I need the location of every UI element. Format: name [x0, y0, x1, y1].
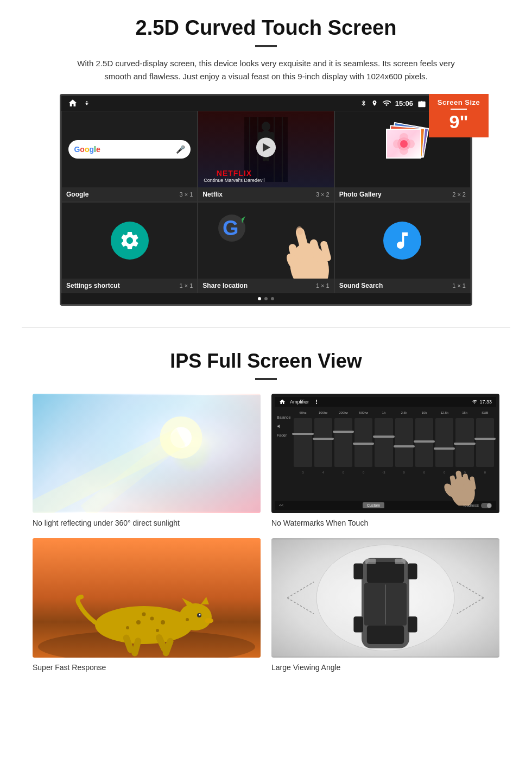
bluetooth-icon [360, 99, 367, 108]
amp-custom-button[interactable]: Custom [363, 502, 384, 508]
gallery-label-row: Photo Gallery 2 × 2 [335, 187, 470, 201]
app-cell-google[interactable]: Google 🎤 Google 3 × 1 [61, 111, 198, 202]
svg-rect-69 [365, 559, 376, 564]
amp-time: 17:33 [479, 399, 492, 405]
settings-label-size: 1 × 1 [180, 282, 193, 289]
sunlight-placeholder [33, 394, 261, 513]
svg-point-54 [142, 613, 146, 616]
eq-band-1[interactable] [294, 418, 312, 467]
app-cell-sound[interactable]: Sound Search 1 × 1 [334, 202, 471, 293]
light-rays-svg [33, 394, 261, 513]
svg-point-16 [400, 140, 408, 148]
cheetah-caption: Super Fast Response [33, 663, 261, 672]
image-card-cheetah: Super Fast Response [33, 538, 261, 672]
svg-point-56 [186, 618, 189, 621]
nav-dot-3 [271, 297, 274, 300]
device-mockup: Screen Size 9" [60, 94, 472, 306]
freq-15k: 15k [455, 411, 473, 414]
freq-100: 100hz [314, 411, 332, 414]
val-1: 3 [294, 471, 312, 474]
sunlight-caption: No light reflecting under 360° direct su… [33, 519, 261, 527]
photo-stack-container [375, 122, 429, 176]
image-grid: No light reflecting under 360° direct su… [33, 394, 499, 672]
amp-wrapper: Amplifier 17:33 Balance [271, 394, 499, 513]
music-note-icon [391, 230, 413, 251]
netflix-label-row: Netflix 3 × 2 [198, 187, 333, 201]
google-label-row: Google 3 × 1 [62, 187, 197, 201]
sound-label-row: Sound Search 1 × 1 [335, 279, 470, 293]
eq-thumb-8 [434, 447, 455, 450]
badge-title: Screen Size [432, 98, 485, 106]
freq-60: 60hz [294, 411, 312, 414]
settings-label-row: Settings shortcut 1 × 1 [62, 279, 197, 293]
google-search-bar[interactable]: Google 🎤 [68, 140, 190, 159]
eq-thumb-7 [414, 440, 435, 443]
svg-point-44 [199, 614, 201, 616]
sound-label-name: Sound Search [339, 282, 383, 289]
toggle-knob [487, 503, 491, 508]
svg-point-5 [262, 122, 270, 131]
home-icon [68, 98, 78, 108]
google-label-name: Google [66, 191, 88, 198]
section-curved-touch: 2.5D Curved Touch Screen With 2.5D curve… [0, 0, 532, 317]
svg-point-39 [95, 606, 193, 644]
amp-hand-svg [440, 451, 483, 506]
car-image [271, 538, 499, 658]
eq-label-balance: Balance [277, 415, 290, 419]
wifi-icon [382, 99, 391, 108]
amplifier-image: Amplifier 17:33 Balance [271, 394, 499, 513]
image-card-car: Large Viewing Angle [271, 538, 499, 672]
eq-band-7[interactable] [415, 418, 433, 467]
sound-label-size: 1 × 1 [452, 282, 466, 289]
badge-size: 9" [432, 112, 485, 132]
flower-svg [387, 130, 421, 159]
svg-rect-70 [395, 559, 406, 564]
freq-10k: 10k [415, 411, 433, 414]
netflix-label-name: Netflix [202, 191, 223, 198]
mic-icon: 🎤 [176, 145, 185, 154]
amp-home-icon [279, 399, 286, 405]
amplifier-caption: No Watermarks When Touch [271, 519, 499, 527]
photo-flower-top [386, 129, 421, 159]
svg-rect-62 [367, 626, 404, 644]
app-cell-share[interactable]: G [198, 202, 334, 293]
app-cell-settings[interactable]: Settings shortcut 1 × 1 [61, 202, 198, 293]
share-content: G [198, 203, 333, 279]
nav-dot-1 [258, 297, 261, 300]
netflix-content: NETFLIX Continue Marvel's Daredevil [198, 111, 333, 187]
amp-hand-container [440, 451, 483, 508]
car-caption: Large Viewing Angle [271, 663, 499, 672]
freq-12k5: 12.5k [435, 411, 453, 414]
section2-title: IPS Full Screen View [33, 350, 499, 373]
gallery-label-name: Photo Gallery [339, 191, 382, 198]
val-7: 0 [415, 471, 433, 474]
svg-point-53 [126, 626, 129, 629]
svg-rect-64 [408, 564, 417, 579]
svg-text:G: G [223, 217, 239, 239]
google-label-size: 3 × 1 [180, 191, 193, 198]
location-icon [371, 99, 378, 108]
gallery-label-size: 2 × 2 [452, 191, 466, 198]
eq-thumb-1 [292, 433, 313, 435]
eq-band-5[interactable] [375, 418, 392, 467]
eq-band-6[interactable] [395, 418, 413, 467]
val-6: 0 [395, 471, 413, 474]
app-cell-netflix[interactable]: NETFLIX Continue Marvel's Daredevil Netf… [198, 111, 334, 202]
freq-2k5: 2.5k [395, 411, 413, 414]
section-ips-fullscreen: IPS Full Screen View [0, 339, 532, 688]
gear-svg [119, 230, 141, 251]
freq-500: 500hz [354, 411, 372, 414]
svg-rect-65 [353, 616, 363, 632]
eq-band-2[interactable] [314, 418, 332, 467]
hand-pointing-container [242, 203, 334, 279]
freq-sub: SUB [476, 411, 494, 414]
freq-200: 200hz [334, 411, 352, 414]
netflix-label-size: 3 × 2 [316, 191, 330, 198]
eq-band-4[interactable] [354, 418, 372, 467]
status-bar: 15:06 [61, 96, 471, 111]
camera-icon [417, 99, 426, 108]
eq-band-3[interactable] [334, 418, 352, 467]
netflix-play-button[interactable] [256, 137, 276, 157]
amp-header-right: 17:33 [472, 399, 492, 405]
eq-thumb-3 [333, 431, 354, 433]
